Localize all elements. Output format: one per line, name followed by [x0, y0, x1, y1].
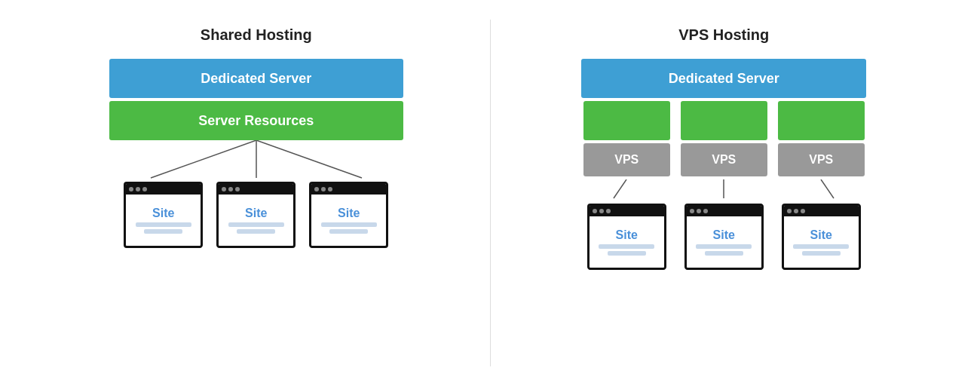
- vps-site-3-titlebar: [784, 206, 859, 216]
- site-line-short: [705, 251, 743, 256]
- shared-site-3-label: Site: [338, 207, 360, 220]
- vps-label-2: VPS: [681, 143, 767, 176]
- main-container: Shared Hosting Dedicated Server Server R…: [0, 0, 980, 386]
- dot-icon: [222, 187, 226, 191]
- site-line: [136, 222, 191, 227]
- site-line-short: [237, 229, 275, 234]
- dot-icon: [129, 187, 133, 191]
- dot-icon: [321, 187, 326, 191]
- site-line: [696, 244, 752, 249]
- section-divider: [490, 20, 491, 366]
- shared-site-1-content: Site: [126, 195, 201, 246]
- dot-icon: [690, 209, 694, 213]
- vps-site-1-titlebar: [590, 206, 664, 216]
- dot-icon: [593, 209, 597, 213]
- site-line-short: [608, 251, 646, 256]
- dot-icon: [328, 187, 332, 191]
- vps-site-3-label: Site: [810, 228, 832, 242]
- site-line-short: [802, 251, 841, 256]
- shared-site-2-titlebar: [219, 184, 293, 195]
- site-line: [321, 222, 377, 227]
- vps-hosting-title: VPS Hosting: [678, 26, 769, 44]
- shared-wrapper: Dedicated Server Server Resources: [109, 59, 403, 248]
- shared-site-1-titlebar: [126, 184, 201, 195]
- vps-resource-3: [778, 101, 865, 140]
- vps-site-2-label: Site: [713, 228, 735, 242]
- vps-site-1: Site: [587, 204, 666, 270]
- dot-icon: [787, 209, 792, 213]
- vps-site-1-content: Site: [590, 216, 664, 268]
- svg-line-2: [256, 140, 362, 178]
- shared-site-3-content: Site: [311, 195, 386, 246]
- site-line: [228, 222, 284, 227]
- vps-resource-1: [583, 101, 670, 140]
- shared-site-2-content: Site: [219, 195, 293, 246]
- dot-icon: [703, 209, 708, 213]
- dot-icon: [314, 187, 319, 191]
- vps-label-3: VPS: [778, 143, 865, 176]
- vps-site-2-titlebar: [687, 206, 761, 216]
- vps-site-1-label: Site: [616, 228, 638, 242]
- shared-site-3-titlebar: [311, 184, 386, 195]
- dot-icon: [697, 209, 701, 213]
- vps-dedicated-server: Dedicated Server: [581, 59, 866, 98]
- shared-hosting-title: Shared Hosting: [201, 26, 312, 44]
- dot-icon: [599, 209, 604, 213]
- dot-icon: [606, 209, 611, 213]
- shared-connection-lines: [109, 140, 403, 182]
- vps-site-2-content: Site: [687, 216, 761, 268]
- vps-line-2: [681, 179, 767, 201]
- vps-line-3: [778, 179, 865, 201]
- shared-server-resources: Server Resources: [109, 101, 403, 140]
- vps-site-3: Site: [782, 204, 861, 270]
- vps-site-2: Site: [684, 204, 764, 270]
- site-line-short: [329, 229, 368, 234]
- site-line: [793, 244, 849, 249]
- vps-label-1: VPS: [583, 143, 670, 176]
- dot-icon: [794, 209, 798, 213]
- vps-site-3-content: Site: [784, 216, 859, 268]
- vps-columns: VPS Site: [583, 101, 865, 270]
- svg-line-0: [151, 140, 256, 178]
- dot-icon: [142, 187, 147, 191]
- site-line: [599, 244, 654, 249]
- vps-wrapper: Dedicated Server VPS: [581, 59, 866, 270]
- shared-site-3: Site: [309, 182, 388, 248]
- shared-site-1: Site: [124, 182, 203, 248]
- shared-site-2: Site: [216, 182, 296, 248]
- svg-line-5: [821, 179, 834, 198]
- shared-hosting-diagram: Shared Hosting Dedicated Server Server R…: [30, 15, 482, 371]
- vps-column-3: VPS Site: [778, 101, 865, 270]
- dot-icon: [801, 209, 805, 213]
- shared-site-2-label: Site: [245, 207, 267, 220]
- shared-site-1-label: Site: [152, 207, 174, 220]
- shared-sites-row: Site Site: [124, 182, 388, 248]
- dot-icon: [235, 187, 240, 191]
- vps-line-1: [583, 179, 670, 201]
- site-line-short: [144, 229, 182, 234]
- vps-hosting-diagram: VPS Hosting Dedicated Server VPS: [498, 15, 951, 371]
- vps-resource-2: [681, 101, 767, 140]
- dot-icon: [228, 187, 233, 191]
- vps-column-2: VPS Site: [681, 101, 767, 270]
- shared-dedicated-server: Dedicated Server: [109, 59, 403, 98]
- svg-line-3: [614, 179, 626, 198]
- vps-column-1: VPS Site: [583, 101, 670, 270]
- dot-icon: [136, 187, 140, 191]
